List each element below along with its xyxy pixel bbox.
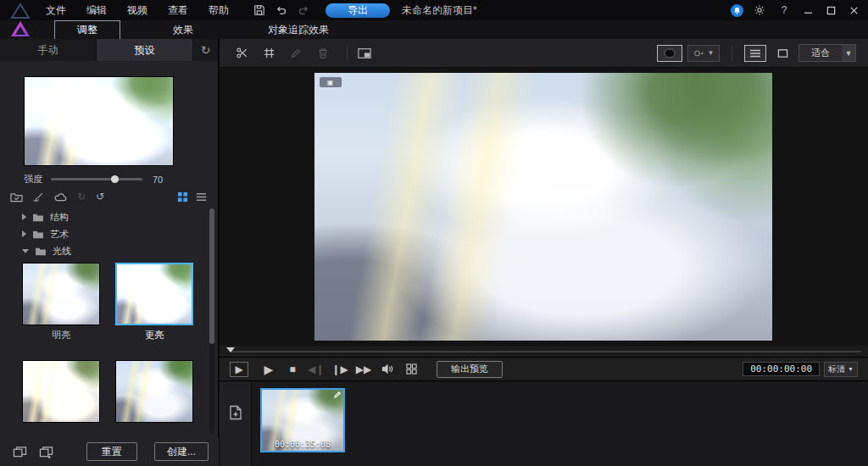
save-icon[interactable]	[251, 3, 268, 18]
reset-undo-icon[interactable]: ↺	[96, 191, 104, 202]
preview-toolbar: ▼ 适合 ▼	[220, 39, 868, 68]
tab-object-tracking[interactable]: 对象追踪效果	[246, 21, 351, 39]
view-rows-button[interactable]	[744, 45, 766, 62]
sync-icon[interactable]: ↻	[77, 191, 86, 202]
preset-thumbnail	[22, 263, 100, 325]
chevron-down-icon	[22, 249, 29, 253]
preview-window-button[interactable]: ▶	[230, 362, 248, 377]
help-icon[interactable]: ?	[776, 3, 793, 18]
tree-label: 光线	[53, 245, 71, 258]
preset-item-brighter[interactable]: 更亮	[112, 263, 197, 353]
preset-thumbnail	[115, 263, 193, 325]
mask-shape-dropdown[interactable]: ▼	[687, 45, 720, 62]
play-button[interactable]: ▶	[259, 361, 279, 378]
view-single-button[interactable]	[771, 45, 793, 62]
preset-label: 明亮	[19, 329, 103, 341]
next-frame-button[interactable]: ❙▶	[330, 361, 350, 378]
output-preview-button[interactable]: 输出预览	[437, 361, 503, 378]
preset-grid: 明亮 更亮	[19, 263, 198, 434]
scrub-bar[interactable]	[220, 346, 868, 357]
tree-item-structure[interactable]: 结构	[0, 208, 209, 225]
notification-bell-icon[interactable]	[731, 4, 743, 17]
export-button[interactable]: 导出	[326, 3, 390, 18]
tree-item-light[interactable]: 光线	[0, 242, 209, 259]
preset-item-bright[interactable]: 明亮	[19, 263, 103, 353]
toolbar-divider	[347, 46, 348, 61]
brush-icon[interactable]	[33, 191, 44, 202]
preset-item[interactable]	[19, 360, 103, 435]
tree-item-art[interactable]: 艺术	[0, 225, 209, 242]
preview-quality-dropdown[interactable]: 标清 ▼	[824, 362, 858, 377]
stop-button[interactable]: ■	[282, 361, 303, 378]
favorite-folder-icon[interactable]	[10, 191, 23, 202]
zoom-fit-label: 适合	[799, 47, 842, 59]
timeline-clip[interactable]: 00:00:35:08	[260, 388, 345, 452]
window-close-icon[interactable]	[846, 3, 861, 18]
preview-image[interactable]: ▣	[314, 73, 772, 341]
toolbar-divider	[732, 46, 732, 61]
create-button[interactable]: 创建...	[154, 442, 209, 461]
zoom-fit-dropdown[interactable]: 适合 ▼	[798, 44, 856, 62]
pip-window-icon[interactable]	[354, 44, 375, 63]
playhead-marker[interactable]	[226, 347, 235, 352]
transport-controls: ▶ ▶ ■ ◀❙ ❙▶ ▶▶ 输出预览 00:00:00:00 标清 ▼	[220, 357, 868, 380]
settings-gear-icon[interactable]	[751, 3, 768, 18]
volume-icon[interactable]	[377, 361, 398, 378]
fast-forward-button[interactable]: ▶▶	[353, 361, 374, 378]
tab-preset[interactable]: 预设	[97, 39, 193, 61]
chevron-right-icon	[22, 214, 26, 220]
clip-edit-pen-icon[interactable]	[333, 391, 342, 399]
main-panel: ▼ 适合 ▼ ▣ ▶ ▶ ■ ◀❙ ❙▶ ▶▶	[220, 39, 868, 466]
list-view-icon[interactable]	[193, 190, 209, 203]
grid-view-icon[interactable]	[175, 190, 190, 203]
trash-icon[interactable]	[313, 44, 333, 63]
project-title: 未命名的新项目*	[402, 3, 477, 18]
track-manager-icon[interactable]	[259, 44, 279, 63]
preset-label: 更亮	[112, 329, 197, 341]
cloud-download-icon[interactable]	[54, 191, 67, 202]
menu-file[interactable]: 文件	[36, 0, 76, 21]
previous-frame-button[interactable]: ◀❙	[306, 361, 326, 378]
preset-item[interactable]	[112, 360, 197, 435]
preset-preview-thumbnail	[24, 76, 174, 166]
apply-all-icon[interactable]	[10, 443, 30, 460]
chevron-down-icon: ▼	[848, 366, 854, 372]
app-logo-icon	[8, 3, 32, 38]
chevron-right-icon	[22, 230, 26, 237]
menu-edit[interactable]: 编辑	[76, 0, 117, 21]
snapshot-grid-icon[interactable]	[401, 361, 421, 378]
menu-video[interactable]: 视频	[117, 0, 158, 21]
folder-icon	[32, 213, 44, 222]
preset-scrollbar[interactable]	[209, 208, 214, 434]
tree-label: 结构	[50, 211, 69, 224]
redo-icon[interactable]	[295, 3, 312, 18]
menu-bar: 文件 编辑 视频 查看 帮助	[36, 0, 239, 21]
mask-shape-button[interactable]	[657, 45, 682, 62]
pen-edit-icon[interactable]	[286, 44, 306, 63]
reset-button[interactable]: 重置	[86, 442, 137, 461]
tab-adjust[interactable]: 调整	[54, 20, 120, 40]
intensity-label: 强度	[24, 173, 42, 186]
titlebar: 文件 编辑 视频 查看 帮助 导出 未命名的新项目*	[0, 0, 868, 20]
tab-effects[interactable]: 效果	[151, 21, 215, 39]
sidebar: 手动 预设 ↻ 强度 70 ↻ ↺	[0, 39, 219, 466]
menu-view[interactable]: 查看	[158, 0, 198, 21]
scrollbar-thumb[interactable]	[209, 208, 214, 344]
preset-thumbnail	[22, 360, 100, 423]
scrub-track[interactable]	[230, 351, 861, 352]
window-maximize-icon[interactable]	[823, 3, 838, 18]
undo-icon[interactable]	[273, 3, 290, 18]
preview-quality-label: 标清	[828, 363, 845, 375]
intensity-slider-handle[interactable]	[111, 175, 119, 183]
intensity-slider[interactable]	[51, 178, 142, 180]
history-icon[interactable]: ↻	[193, 39, 218, 61]
timecode-display: 00:00:00:00	[743, 362, 820, 376]
tab-manual[interactable]: 手动	[0, 39, 97, 61]
menu-help[interactable]: 帮助	[198, 0, 239, 21]
preview-canvas[interactable]: ▣	[220, 68, 868, 346]
apply-selected-icon[interactable]	[36, 443, 56, 460]
add-media-icon[interactable]	[229, 405, 242, 420]
split-scissors-icon[interactable]	[231, 44, 252, 63]
window-minimize-icon[interactable]	[800, 3, 815, 18]
chevron-down-icon: ▼	[708, 49, 715, 57]
